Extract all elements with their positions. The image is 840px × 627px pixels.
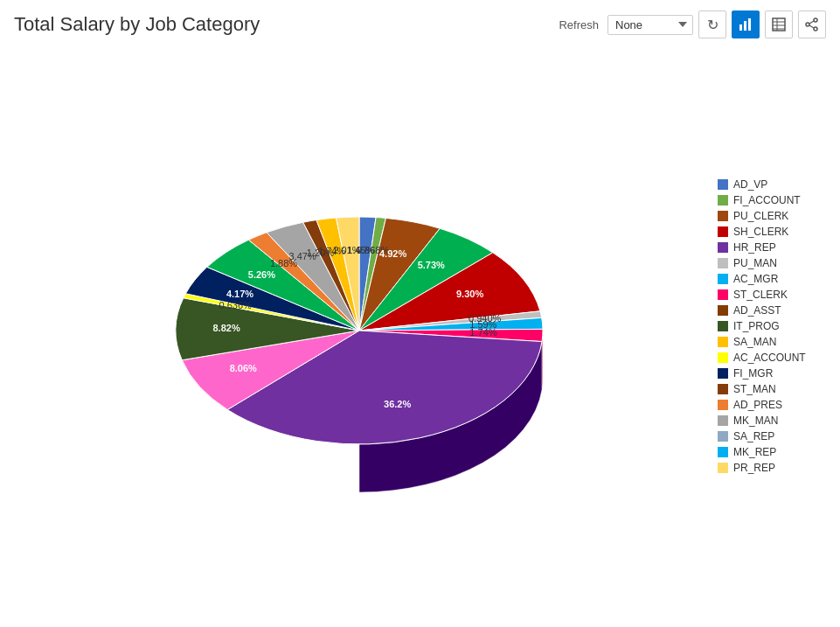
legend-color-ad_vp [718,179,728,190]
legend-item-pu_clerk: PU_CLERK [718,210,823,222]
legend-color-pr_rep [718,463,728,473]
chart-wrapper: 1.45%0.868%4.92%5.73%9.30%0.940%1.59%1.7… [17,73,700,580]
refresh-label: Refresh [559,18,599,31]
legend-color-sh_clerk [718,226,728,237]
legend-label-st_clerk: ST_CLERK [733,289,788,301]
legend-label-pr_rep: PR_REP [733,462,775,474]
legend-item-pu_man: PU_MAN [718,257,823,269]
legend-color-ad_asst [718,305,728,316]
legend-label-ad_asst: AD_ASST [733,304,781,317]
legend-item-ad_pres: AD_PRES [718,399,823,411]
legend-item-hr_rep: HR_REP [718,241,823,254]
legend-color-pu_man [718,258,728,268]
svg-point-8 [814,18,817,22]
legend-label-pu_clerk: PU_CLERK [733,210,788,222]
svg-point-9 [814,27,817,31]
header: Total Salary by Job Category Refresh Non… [0,0,840,38]
legend-color-st_clerk [718,289,728,300]
svg-line-12 [809,25,814,28]
legend-color-mk_man [718,415,728,426]
legend-item-sa_rep: SA_REP [718,430,823,442]
legend-label-ac_account: AC_ACCOUNT [733,352,806,364]
legend-color-it_prog [718,321,728,331]
legend-label-it_prog: IT_PROG [733,320,780,332]
svg-point-10 [806,23,809,26]
legend-item-mk_man: MK_MAN [718,415,823,427]
legend-item-ac_mgr: AC_MGR [718,273,823,285]
legend-label-sa_rep: SA_REP [733,430,774,442]
legend-item-pr_rep: PR_REP [718,462,823,474]
legend-color-ac_mgr [718,274,728,284]
legend-label-sa_man: SA_MAN [733,336,776,348]
legend-label-ad_vp: AD_VP [733,178,767,191]
legend-item-st_man: ST_MAN [718,383,823,395]
legend-color-pu_clerk [718,211,728,221]
legend-color-sa_man [718,337,728,347]
legend-label-fi_account: FI_ACCOUNT [733,194,801,206]
legend-label-sh_clerk: SH_CLERK [733,226,788,238]
legend-item-mk_rep: MK_REP [718,446,823,458]
svg-line-11 [809,21,814,24]
legend-item-it_prog: IT_PROG [718,320,823,332]
legend-color-fi_mgr [718,368,728,379]
refresh-select[interactable]: None1 minute5 minutes15 minutes30 minute… [607,15,693,35]
chart-container: 1.45%0.868%4.92%5.73%9.30%0.940%1.59%1.7… [106,73,613,580]
legend-label-mk_rep: MK_REP [733,446,776,458]
legend-color-hr_rep [718,242,728,253]
legend-item-sh_clerk: SH_CLERK [718,226,823,238]
bar-chart-icon [739,17,753,31]
page-title: Total Salary by Job Category [14,13,260,36]
legend-item-sa_man: SA_MAN [718,336,823,348]
legend-item-ad_vp: AD_VP [718,178,823,191]
legend-color-ad_pres [718,400,728,410]
share-button[interactable] [798,10,826,38]
svg-rect-2 [748,18,751,31]
legend-color-fi_account [718,195,728,206]
legend-label-mk_man: MK_MAN [733,415,778,427]
legend-label-ad_pres: AD_PRES [733,399,782,411]
bar-chart-button[interactable] [732,10,760,38]
chart-area: 1.45%0.868%4.92%5.73%9.30%0.940%1.59%1.7… [0,38,840,613]
legend-color-mk_rep [718,447,728,457]
table-button[interactable] [765,10,793,38]
legend-item-ad_asst: AD_ASST [718,304,823,317]
legend-color-st_man [718,384,728,394]
legend-label-ac_mgr: AC_MGR [733,273,778,285]
legend: AD_VPFI_ACCOUNTPU_CLERKSH_CLERKHR_REPPU_… [718,178,823,474]
legend-item-ac_account: AC_ACCOUNT [718,352,823,364]
legend-color-sa_rep [718,431,728,442]
legend-item-fi_account: FI_ACCOUNT [718,194,823,206]
legend-label-fi_mgr: FI_MGR [733,367,773,380]
legend-label-pu_man: PU_MAN [733,257,777,269]
share-icon [805,17,819,31]
legend-item-fi_mgr: FI_MGR [718,367,823,380]
legend-label-hr_rep: HR_REP [733,241,776,254]
legend-label-st_man: ST_MAN [733,383,776,395]
refresh-button[interactable]: ↻ [698,10,726,38]
svg-rect-1 [744,21,746,31]
pie-chart [106,73,613,580]
legend-item-st_clerk: ST_CLERK [718,289,823,301]
legend-color-ac_account [718,352,728,363]
toolbar: Refresh None1 minute5 minutes15 minutes3… [559,10,826,38]
table-icon [772,17,786,31]
svg-rect-0 [739,24,742,31]
